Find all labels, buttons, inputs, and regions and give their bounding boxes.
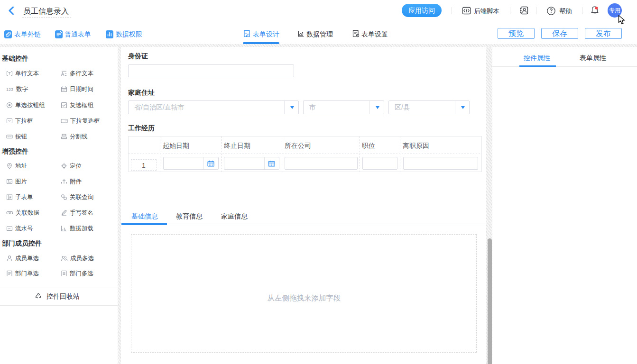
svg-text:123: 123 bbox=[6, 87, 13, 91]
svg-text:BTN: BTN bbox=[8, 136, 11, 138]
